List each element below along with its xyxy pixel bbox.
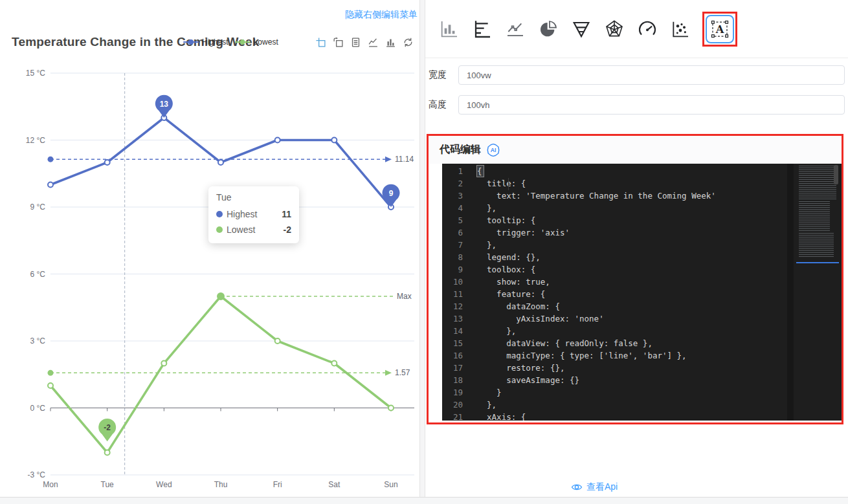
legend-item-highest[interactable]: Highest	[183, 38, 229, 47]
selected-icon-highlight: A	[702, 12, 737, 47]
view-api-link[interactable]: 查看Api	[571, 481, 618, 493]
minimap-scroll-thumb[interactable]	[834, 165, 838, 184]
toolbox-data-view-icon[interactable]	[350, 37, 361, 48]
svg-text:1.57: 1.57	[395, 368, 410, 377]
radar-chart-icon[interactable]	[603, 18, 625, 40]
svg-text:Max: Max	[397, 292, 412, 301]
chart-canvas[interactable]: -3 °C0 °C3 °C6 °C9 °C12 °C15 °CMonTueWed…	[0, 0, 419, 497]
svg-text:12 °C: 12 °C	[26, 136, 45, 145]
height-field-label: 高度	[429, 99, 449, 111]
svg-text:Sun: Sun	[384, 480, 397, 489]
scatter-chart-icon[interactable]	[669, 18, 691, 40]
bottom-scrollbar[interactable]	[0, 497, 848, 504]
svg-text:Sat: Sat	[328, 480, 340, 489]
toolbox-bar-chart-icon[interactable]	[385, 37, 396, 48]
code-content: { title: { text: 'Temperature Change in …	[472, 164, 842, 421]
svg-text:13: 13	[160, 100, 169, 109]
svg-text:15 °C: 15 °C	[26, 69, 45, 78]
code-editor-title: 代码编辑	[440, 143, 481, 157]
chart-type-toolbar: A	[425, 0, 848, 58]
edit-panel: A 宽度 高度 代码编辑 AI 123456789101112131415161…	[425, 0, 848, 497]
tooltip-series-dot	[216, 226, 223, 233]
svg-text:Wed: Wed	[156, 480, 172, 489]
tooltip-row: Lowest-2	[216, 222, 291, 237]
width-input[interactable]	[458, 65, 845, 85]
tooltip-series-dot	[216, 211, 223, 217]
svg-text:-2: -2	[104, 423, 111, 432]
toolbox-line-chart-icon[interactable]	[368, 37, 379, 48]
toolbox-restore-icon[interactable]	[403, 37, 414, 48]
chart-legend: HighestLowest	[183, 38, 278, 47]
chart-tooltip: Tue Highest11Lowest-2	[208, 186, 299, 243]
code-editor-header: 代码编辑 AI	[429, 136, 842, 164]
svg-text:AI: AI	[491, 147, 497, 153]
gauge-chart-icon[interactable]	[636, 18, 658, 40]
svg-text:Fri: Fri	[273, 480, 282, 489]
legend-item-lowest[interactable]: Lowest	[235, 38, 278, 47]
chart-toolbox	[315, 37, 419, 48]
code-editor-section: 代码编辑 AI 12345678910111213141516171819202…	[427, 134, 843, 424]
line-chart-icon[interactable]	[504, 18, 526, 40]
hide-right-menu-link[interactable]: 隐藏右侧编辑菜单	[345, 9, 418, 21]
svg-text:Thu: Thu	[214, 480, 228, 489]
svg-text:0 °C: 0 °C	[30, 404, 46, 413]
svg-text:9: 9	[389, 189, 394, 198]
indent-guide	[508, 178, 509, 190]
svg-text:3 °C: 3 °C	[30, 336, 46, 345]
horizontal-bar-chart-icon[interactable]	[471, 18, 493, 40]
width-field-label: 宽度	[429, 69, 449, 81]
minimap[interactable]	[796, 164, 839, 421]
height-input[interactable]	[458, 95, 845, 115]
minimap-cursor-line	[796, 262, 839, 263]
height-field-row: 高度	[429, 95, 845, 115]
pie-chart-icon[interactable]	[537, 18, 559, 40]
line-number-gutter: 123456789101112131415161718192021	[442, 164, 472, 421]
svg-text:A: A	[715, 23, 724, 35]
panel-divider	[419, 0, 425, 497]
bar-chart-icon[interactable]	[438, 18, 460, 40]
svg-text:9 °C: 9 °C	[30, 203, 46, 212]
editor-scrollbar-track[interactable]	[787, 164, 794, 421]
chart-panel: -3 °C0 °C3 °C6 °C9 °C12 °C15 °CMonTueWed…	[0, 0, 419, 497]
text-element-icon[interactable]: A	[706, 15, 734, 43]
svg-text:Mon: Mon	[43, 480, 58, 489]
toolbox-zoom-restore-icon[interactable]	[333, 37, 344, 48]
tooltip-row: Highest11	[216, 206, 291, 222]
svg-text:11.14: 11.14	[395, 155, 414, 164]
svg-text:6 °C: 6 °C	[30, 270, 46, 279]
eye-icon	[571, 481, 583, 493]
funnel-chart-icon[interactable]	[570, 18, 592, 40]
code-editor[interactable]: 123456789101112131415161718192021 { titl…	[442, 164, 842, 421]
width-field-row: 宽度	[429, 65, 845, 85]
ai-badge-icon[interactable]: AI	[486, 143, 500, 157]
toolbox-data-zoom-icon[interactable]	[315, 37, 326, 48]
tooltip-title: Tue	[216, 192, 291, 203]
svg-text:Tue: Tue	[101, 480, 115, 489]
svg-text:-3 °C: -3 °C	[28, 470, 46, 479]
